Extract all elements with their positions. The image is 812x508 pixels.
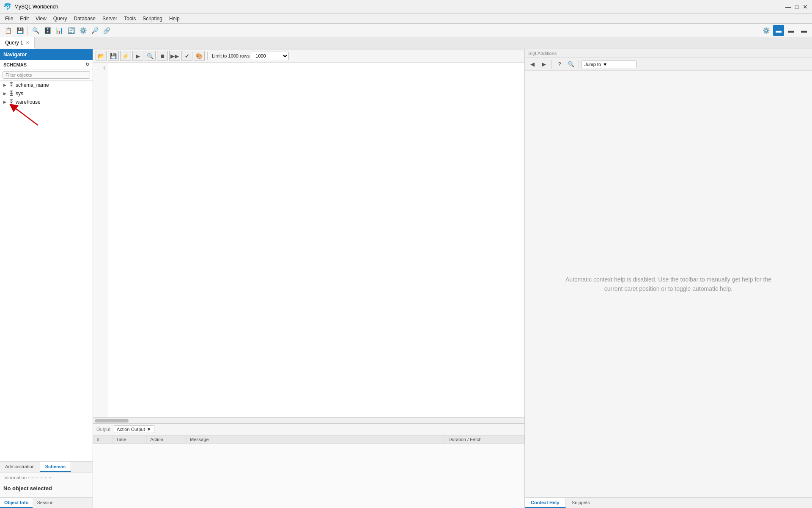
title-bar-controls: — □ ✕ [785,3,809,10]
help-content-btn[interactable]: ? [554,59,565,69]
filter-box [0,69,93,81]
open-sql-btn[interactable]: 🔍 [30,25,41,36]
right-tab-context-help-label: Context Help [531,500,560,505]
minimize-button[interactable]: — [785,3,792,10]
output-table: # Time Action Message Duration / Fetch [93,435,524,508]
mysql-admin-btn[interactable]: ⚙️ [77,25,88,36]
information-label: Information ··················· [3,475,89,480]
main-layout: Navigator SCHEMAS ↻ ▶ 🗄 schema_name ▶ 🗄 … [0,49,812,508]
menu-help[interactable]: Help [166,15,183,22]
menu-scripting[interactable]: Scripting [139,15,166,22]
jump-to-label: Jump to [584,62,601,67]
schema-label-sys: sys [16,91,23,97]
line-numbers: 1 [93,63,108,417]
obj-tab-session-label: Session [37,500,53,505]
table-inspector-btn[interactable]: 📊 [54,25,65,36]
nav-tab-administration[interactable]: Administration [0,462,40,472]
obj-tab-session[interactable]: Session [33,498,58,508]
help-search-btn[interactable]: 🔍 [566,59,576,69]
right-tab-snippets[interactable]: Snippets [566,498,596,508]
beautify-btn[interactable]: 🎨 [194,51,205,61]
nav-tab-schemas[interactable]: Schemas [40,462,71,472]
hscroll-thumb[interactable] [95,419,129,422]
close-button[interactable]: ✕ [802,3,809,10]
title-bar: 🐬 MySQL Workbench — □ ✕ [0,0,812,14]
tab-bar: Query 1 ✕ [0,37,812,49]
sql-nav-sep-1 [551,60,552,69]
schema-label-schema-name: schema_name [16,82,49,88]
query-content[interactable] [108,63,524,417]
nav-forward-btn[interactable]: ▶ [539,59,549,69]
navigator-header: Navigator [0,49,93,60]
reconnect-btn[interactable]: 🔗 [101,25,112,36]
menu-view[interactable]: View [32,15,50,22]
horizontal-scrollbar[interactable] [93,417,524,423]
left-panel: Navigator SCHEMAS ↻ ▶ 🗄 schema_name ▶ 🗄 … [0,49,93,508]
sql-additions-toolbar: ◀ ▶ ? 🔍 Jump to ▼ [525,58,812,71]
schema-item-sys[interactable]: ▶ 🗄 sys [0,89,93,98]
filter-input[interactable] [3,71,90,79]
right-panel: SQLAdditions ◀ ▶ ? 🔍 Jump to ▼ Automatic… [524,49,812,508]
right-tab-context-help[interactable]: Context Help [525,498,566,508]
toolbar-separator-1 [27,26,28,35]
maximize-button[interactable]: □ [793,3,800,10]
search-table-btn[interactable]: 🔎 [89,25,100,36]
schemas-label: SCHEMAS [3,62,27,67]
right-tab-snippets-label: Snippets [572,500,590,505]
menu-edit[interactable]: Edit [16,15,32,22]
obj-tab-object-info[interactable]: Object Info [0,498,33,508]
dropdown-arrow-icon: ▼ [147,427,151,432]
explain-btn[interactable]: 🔍 [145,51,156,61]
sql-nav-sep-2 [579,60,579,69]
settings-btn[interactable]: ⚙️ [760,25,771,36]
nav-back-btn[interactable]: ◀ [527,59,538,69]
context-help-text: Automatic context help is disabled. Use … [563,275,774,294]
output-label: Output [96,427,110,432]
migration-wizard-btn[interactable]: 🔄 [66,25,77,36]
line-number-1: 1 [95,66,106,72]
execute-btn[interactable]: ⚡ [120,51,131,61]
col-duration: Duration / Fetch [445,436,524,444]
jump-to-arrow-icon: ▼ [603,62,607,67]
query-editor: 1 [93,63,524,417]
continue-btn[interactable]: ▶▶ [169,51,180,61]
execute-current-btn[interactable]: ▶ [132,51,143,61]
main-toolbar: 📋 💾 🔍 🗄️ 📊 🔄 ⚙️ 🔎 🔗 ⚙️ ▬ ▬ ▬ [0,24,812,37]
open-file-btn[interactable]: 📂 [96,51,107,61]
menu-database[interactable]: Database [71,15,99,22]
menu-tools[interactable]: Tools [121,15,139,22]
sql-additions-label: SQLAdditions [528,51,557,56]
schemas-refresh-icon[interactable]: ↻ [85,62,89,67]
output-area: Output Action Output ▼ # Time Action Mes… [93,423,524,508]
col-hash: # [93,436,113,444]
manage-connections-btn[interactable]: 💾 [14,25,25,36]
query-toolbar: 📂 💾 ⚡ ▶ 🔍 ⏹ ▶▶ ✔ 🎨 Limit to 1000 rows 10… [93,49,524,63]
limit-select[interactable]: 1000 100 500 5000 10000 [251,52,289,60]
nav-bottom-tabs: Administration Schemas [0,461,93,472]
query-tab-close[interactable]: ✕ [26,40,29,45]
menu-query[interactable]: Query [50,15,71,22]
menu-file[interactable]: File [2,15,16,22]
schema-item-warehouse[interactable]: ▶ 🗄 warehouse [0,98,93,106]
view-toggle-1[interactable]: ▬ [773,25,784,36]
schema-inspector-btn[interactable]: 🗄️ [42,25,53,36]
new-connection-btn[interactable]: 📋 [3,25,14,36]
jump-to-select[interactable]: Jump to ▼ [582,61,636,68]
view-toggle-2[interactable]: ▬ [786,25,797,36]
col-message: Message [187,436,445,444]
app-title: MySQL Workbench [14,4,58,10]
schema-icon-schema-name: 🗄 [9,82,14,88]
schema-icon-warehouse: 🗄 [9,99,14,105]
schema-item-schema-name[interactable]: ▶ 🗄 schema_name [0,81,93,89]
query-tab-1[interactable]: Query 1 ✕ [0,37,35,49]
menu-server[interactable]: Server [99,15,121,22]
stop-btn[interactable]: ⏹ [157,51,168,61]
view-toggle-3[interactable]: ▬ [798,25,809,36]
save-script-btn[interactable]: 💾 [108,51,119,61]
menu-bar: File Edit View Query Database Server Too… [0,14,812,24]
schema-arrow-warehouse: ▶ [3,100,6,104]
output-header: Output Action Output ▼ [93,424,524,435]
action-output-dropdown[interactable]: Action Output ▼ [114,425,154,433]
schema-arrow-schema-name: ▶ [3,83,6,87]
commit-btn[interactable]: ✔ [181,51,192,61]
